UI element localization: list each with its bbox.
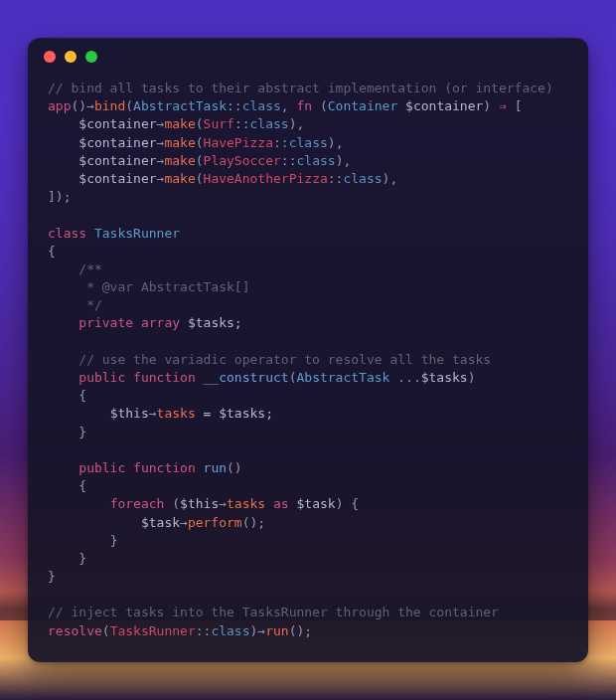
zoom-icon[interactable] [85, 51, 97, 63]
code-editor-window: // bind all tasks to their abstract impl… [28, 38, 588, 662]
code-content: // bind all tasks to their abstract impl… [28, 76, 588, 662]
minimize-icon[interactable] [65, 51, 77, 63]
code-comment: // bind all tasks to their abstract impl… [48, 81, 553, 95]
window-titlebar [28, 38, 588, 76]
close-icon[interactable] [44, 51, 56, 63]
fn-app: app [48, 98, 71, 113]
